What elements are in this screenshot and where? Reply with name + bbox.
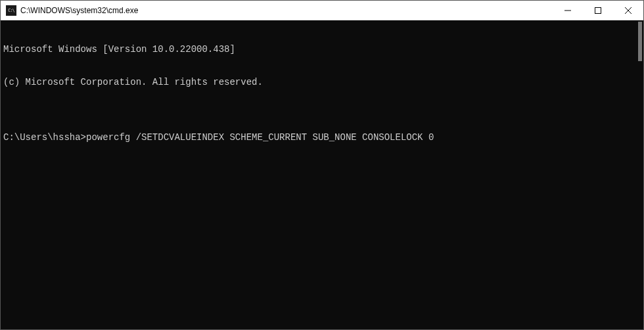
- minimize-button[interactable]: [553, 1, 583, 20]
- vertical-scrollbar[interactable]: [633, 20, 643, 329]
- console-area[interactable]: Microsoft Windows [Version 10.0.22000.43…: [1, 20, 643, 329]
- maximize-button[interactable]: [583, 1, 613, 20]
- window-title: C:\WINDOWS\system32\cmd.exe: [20, 6, 553, 15]
- titlebar[interactable]: C:\ C:\WINDOWS\system32\cmd.exe: [1, 1, 643, 20]
- close-button[interactable]: [613, 1, 643, 20]
- prompt-text: C:\Users\hssha>: [3, 132, 86, 143]
- window-controls: [553, 1, 643, 20]
- svg-rect-1: [595, 7, 601, 13]
- cmd-window: C:\ C:\WINDOWS\system32\cmd.exe Microsof…: [0, 0, 644, 330]
- command-text: powercfg /SETDCVALUEINDEX SCHEME_CURRENT…: [86, 132, 434, 143]
- console-prompt-line: C:\Users\hssha>powercfg /SETDCVALUEINDEX…: [3, 132, 641, 143]
- minimize-icon: [564, 7, 571, 14]
- console-output-line: (c) Microsoft Corporation. All rights re…: [3, 77, 641, 88]
- console-output-line: Microsoft Windows [Version 10.0.22000.43…: [3, 44, 641, 55]
- cmd-icon: C:\: [6, 5, 16, 16]
- close-icon: [625, 7, 632, 14]
- scrollbar-thumb[interactable]: [638, 22, 642, 61]
- maximize-icon: [595, 7, 601, 14]
